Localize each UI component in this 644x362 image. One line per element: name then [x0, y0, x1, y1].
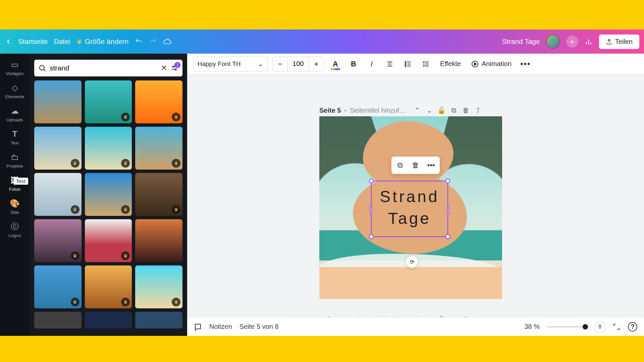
- zoom-value[interactable]: 38 %: [525, 323, 540, 330]
- undo-button[interactable]: [135, 38, 143, 46]
- chevron-left-icon: [5, 38, 12, 45]
- rail-uploads[interactable]: ☁ Uploads: [1, 103, 28, 124]
- element-more-button[interactable]: •••: [424, 158, 438, 173]
- plus-icon: ＋: [569, 37, 576, 47]
- list-icon: [404, 60, 412, 68]
- resize-handle-tl[interactable]: [369, 179, 374, 183]
- insights-button[interactable]: [584, 37, 593, 46]
- fullscreen-button[interactable]: [612, 323, 621, 331]
- resize-handle-bl[interactable]: [369, 234, 374, 239]
- text-color-button[interactable]: A: [329, 57, 342, 71]
- page-5-sep: -: [344, 107, 346, 114]
- rail-templates[interactable]: ▭ Vorlagen: [1, 57, 28, 78]
- design-canvas[interactable]: ⧉ 🗑 ••• Strand Tage: [319, 116, 502, 299]
- duplicate-page-button[interactable]: ⧉: [449, 105, 459, 115]
- photo-result[interactable]: ♛: [135, 265, 182, 308]
- notes-button[interactable]: Notizen: [209, 323, 232, 330]
- canvas-text[interactable]: Strand Tage: [372, 181, 447, 230]
- delete-element-button[interactable]: 🗑: [408, 158, 423, 173]
- page-count-button[interactable]: 8: [595, 322, 605, 331]
- export-page-button[interactable]: ⤴: [473, 105, 483, 115]
- italic-button[interactable]: I: [365, 57, 378, 71]
- document-title[interactable]: Strand Tage: [502, 38, 540, 46]
- photo-result[interactable]: ♛: [85, 173, 132, 216]
- premium-badge-icon: ♛: [71, 205, 79, 214]
- photo-result[interactable]: ♛: [85, 219, 132, 262]
- photo-result[interactable]: [34, 80, 82, 123]
- photo-result[interactable]: [85, 312, 132, 328]
- text-icon: T: [10, 129, 20, 139]
- photo-result[interactable]: ♛: [34, 219, 82, 262]
- page-indicator[interactable]: Seite 5 von 8: [239, 323, 279, 330]
- font-size-input[interactable]: [287, 57, 309, 71]
- duplicate-element-button[interactable]: ⧉: [393, 158, 408, 173]
- photo-result[interactable]: ♛: [34, 265, 82, 308]
- redo-button[interactable]: [149, 38, 157, 46]
- photo-result[interactable]: ♛: [135, 80, 182, 123]
- list-button[interactable]: [401, 57, 415, 71]
- photo-result[interactable]: [135, 312, 182, 328]
- resize-handle-tr[interactable]: [445, 179, 450, 183]
- export-page-button[interactable]: ⤴: [473, 314, 483, 317]
- share-button[interactable]: Teilen: [599, 35, 639, 49]
- rail-elements[interactable]: ◇ Elemente: [1, 80, 28, 101]
- rotate-handle[interactable]: ⟳: [406, 256, 418, 268]
- text-selection-box[interactable]: Strand Tage: [371, 181, 448, 237]
- page-5-title-placeholder[interactable]: Seitentitel hinzuf…: [350, 107, 406, 114]
- help-button[interactable]: ?: [628, 322, 637, 331]
- user-avatar[interactable]: [546, 35, 560, 49]
- spacing-button[interactable]: [419, 57, 433, 71]
- align-button[interactable]: [383, 57, 396, 71]
- animation-icon: [471, 60, 479, 68]
- font-size-group: − +: [272, 57, 324, 71]
- photo-result[interactable]: ♛: [34, 173, 82, 216]
- lock-page-button[interactable]: 🔓: [437, 105, 447, 115]
- add-member-button[interactable]: ＋: [566, 36, 578, 48]
- font-select[interactable]: Happy Font TH ⌄: [193, 57, 268, 71]
- photo-result[interactable]: ♛: [85, 127, 132, 170]
- more-button[interactable]: •••: [519, 57, 532, 71]
- delete-page-button[interactable]: 🗑: [461, 314, 471, 317]
- filter-button[interactable]: 1: [170, 64, 178, 72]
- lock-page-button[interactable]: 🔓: [437, 314, 447, 317]
- rail-styles-label: Stile: [10, 210, 19, 215]
- rail-elements-label: Elemente: [5, 94, 24, 99]
- duplicate-page-button[interactable]: ⧉: [449, 314, 459, 317]
- resize-handle-left[interactable]: [370, 205, 372, 214]
- rail-styles[interactable]: 🎨 Stile: [1, 196, 28, 217]
- expand-down-button[interactable]: ⌄: [425, 314, 435, 317]
- resize-handle-right[interactable]: [447, 205, 449, 214]
- collapse-up-button[interactable]: ⌃: [413, 105, 423, 115]
- font-size-decrease[interactable]: −: [273, 57, 287, 71]
- photo-result[interactable]: ♛: [135, 127, 182, 170]
- rail-text[interactable]: T Text: [1, 126, 28, 147]
- resize-handle-br[interactable]: [445, 234, 450, 239]
- resize-button[interactable]: ♛ Größe ändern: [76, 38, 129, 46]
- rail-logos[interactable]: ⓒ Logos: [1, 219, 28, 240]
- bold-button[interactable]: B: [347, 57, 360, 71]
- clear-search-button[interactable]: ✕: [161, 64, 167, 72]
- expand-down-button[interactable]: ⌄: [425, 105, 435, 115]
- cloud-sync-button[interactable]: [163, 37, 172, 46]
- photo-result[interactable]: [34, 312, 82, 328]
- zoom-thumb[interactable]: [583, 324, 588, 329]
- rail-projects[interactable]: 🗀 Projekte: [1, 149, 28, 171]
- animation-button[interactable]: Animation: [468, 57, 514, 71]
- canvas-text-line1: Strand: [372, 186, 447, 208]
- collapse-up-button[interactable]: ⌃: [413, 314, 423, 317]
- page-6-title-placeholder[interactable]: Seitentitel hinzuf…: [350, 316, 406, 317]
- zoom-slider[interactable]: [547, 326, 587, 327]
- canvas-area[interactable]: Seite 5 - Seitentitel hinzuf… ⌃ ⌄ 🔓 ⧉ 🗑 …: [187, 74, 644, 317]
- back-button[interactable]: [5, 38, 12, 45]
- photo-result[interactable]: ♛: [85, 80, 132, 123]
- photo-result[interactable]: ♛: [85, 265, 132, 308]
- delete-page-button[interactable]: 🗑: [461, 105, 471, 115]
- effects-button[interactable]: Effekte: [437, 57, 464, 71]
- file-menu[interactable]: Datei: [54, 38, 70, 46]
- photo-result[interactable]: [135, 219, 182, 262]
- home-button[interactable]: Startseite: [18, 38, 48, 46]
- search-input[interactable]: [50, 64, 158, 72]
- photo-result[interactable]: ♛: [135, 173, 182, 216]
- font-size-increase[interactable]: +: [309, 57, 324, 71]
- photo-result[interactable]: ♛: [34, 127, 82, 170]
